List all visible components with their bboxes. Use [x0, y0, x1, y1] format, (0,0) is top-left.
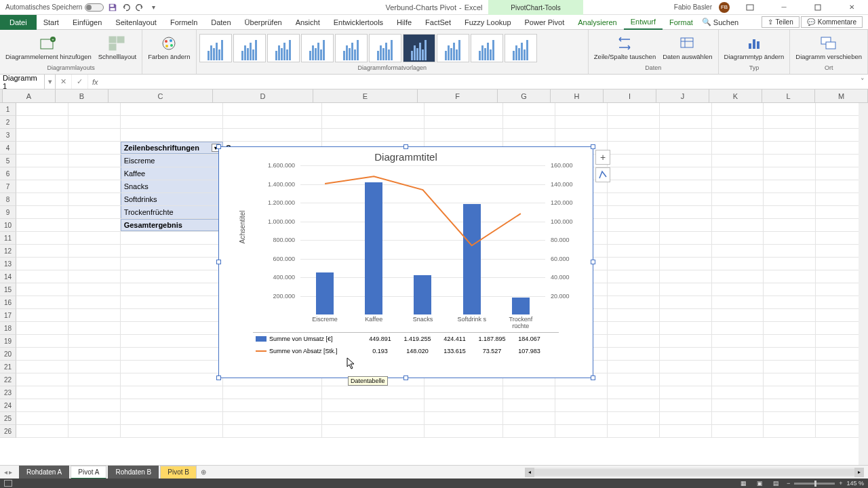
- cell-C12[interactable]: [121, 245, 224, 257]
- cell-C7[interactable]: Snacks: [121, 180, 224, 192]
- col-header-L[interactable]: L: [762, 89, 815, 102]
- cell-L12[interactable]: [764, 245, 816, 257]
- cell-I3[interactable]: [608, 129, 660, 141]
- zoom-in-icon[interactable]: +: [839, 480, 842, 487]
- cell-D1[interactable]: [223, 103, 322, 115]
- cell-B11[interactable]: [68, 232, 121, 244]
- cell-H24[interactable]: [555, 399, 608, 411]
- cell-C21[interactable]: [121, 361, 224, 373]
- row-header-6[interactable]: 6: [0, 167, 16, 180]
- chart-style-9[interactable]: [471, 34, 503, 62]
- cell-I9[interactable]: [608, 206, 660, 218]
- row-header-7[interactable]: 7: [0, 180, 16, 193]
- cell-K4[interactable]: [712, 142, 764, 154]
- row-header-18[interactable]: 18: [0, 322, 16, 335]
- cell-L13[interactable]: [764, 258, 816, 270]
- share-button[interactable]: ⇪Teilen: [762, 16, 800, 28]
- cell-D25[interactable]: [223, 412, 322, 424]
- cell-J4[interactable]: [660, 142, 712, 154]
- cell-J7[interactable]: [660, 180, 712, 192]
- cell-C4[interactable]: Zeilenbeschriftungen▾: [121, 142, 224, 154]
- chart-style-3[interactable]: [267, 34, 300, 62]
- cell-J16[interactable]: [660, 296, 712, 308]
- row-header-9[interactable]: 9: [0, 206, 16, 219]
- cell-K17[interactable]: [712, 309, 764, 321]
- tab-analysieren[interactable]: Analysieren: [571, 15, 623, 30]
- cell-J10[interactable]: [660, 219, 712, 231]
- tab-format[interactable]: Format: [663, 15, 700, 30]
- cell-C6[interactable]: Kaffee: [121, 167, 224, 180]
- cell-L25[interactable]: [764, 412, 816, 424]
- cell-A12[interactable]: [16, 245, 68, 257]
- add-chart-element-button[interactable]: + Diagrammelement hinzufügen: [3, 34, 94, 62]
- cell-I13[interactable]: [608, 258, 660, 270]
- cell-J24[interactable]: [660, 399, 712, 411]
- cell-A21[interactable]: [16, 361, 68, 373]
- cell-I10[interactable]: [608, 219, 660, 231]
- cell-K3[interactable]: [712, 129, 764, 141]
- cell-I5[interactable]: [608, 155, 660, 167]
- resize-handle[interactable]: [403, 375, 408, 380]
- cell-B6[interactable]: [68, 167, 121, 180]
- cell-B24[interactable]: [68, 399, 121, 411]
- cell-B23[interactable]: [68, 386, 121, 399]
- scroll-right-icon[interactable]: ▸: [854, 468, 864, 477]
- cell-I21[interactable]: [608, 361, 660, 373]
- cell-I24[interactable]: [608, 399, 660, 411]
- bar-Softdrinks[interactable]: [463, 204, 481, 314]
- cell-C8[interactable]: Softdrinks: [121, 193, 224, 205]
- cell-B12[interactable]: [68, 245, 121, 257]
- cell-E23[interactable]: [322, 386, 425, 399]
- cell-L14[interactable]: [764, 270, 816, 283]
- cell-I25[interactable]: [608, 412, 660, 424]
- chart-style-8[interactable]: [437, 34, 469, 62]
- cell-H3[interactable]: [555, 129, 608, 141]
- row-header-12[interactable]: 12: [0, 245, 16, 258]
- cell-B22[interactable]: [68, 373, 121, 386]
- cell-B8[interactable]: [68, 193, 121, 205]
- cell-A7[interactable]: [16, 180, 68, 192]
- tab-formeln[interactable]: Formeln: [163, 15, 204, 30]
- cell-K22[interactable]: [712, 373, 764, 386]
- cell-I12[interactable]: [608, 245, 660, 257]
- cell-E2[interactable]: [322, 116, 425, 128]
- cell-L26[interactable]: [764, 425, 816, 437]
- cell-B7[interactable]: [68, 180, 121, 192]
- resize-handle[interactable]: [216, 144, 221, 149]
- cell-K20[interactable]: [712, 348, 764, 360]
- cancel-formula-icon[interactable]: ✕: [56, 75, 72, 89]
- col-header-F[interactable]: F: [418, 89, 498, 102]
- cell-K24[interactable]: [712, 399, 764, 411]
- cell-L10[interactable]: [764, 219, 816, 231]
- cell-D2[interactable]: [223, 116, 322, 128]
- cell-I19[interactable]: [608, 335, 660, 347]
- cell-A22[interactable]: [16, 373, 68, 386]
- cell-E24[interactable]: [322, 399, 425, 411]
- cell-K18[interactable]: [712, 322, 764, 334]
- tab-entwurf[interactable]: Entwurf: [624, 15, 663, 30]
- cell-A14[interactable]: [16, 270, 68, 283]
- name-box[interactable]: Diagramm 1: [0, 75, 45, 89]
- cell-L23[interactable]: [764, 386, 816, 399]
- axis-title[interactable]: Achsentitel: [239, 211, 246, 244]
- autosave-toggle[interactable]: Automatisches Speichern: [5, 3, 104, 12]
- row-header-22[interactable]: 22: [0, 373, 16, 386]
- col-header-I[interactable]: I: [604, 89, 656, 102]
- tab-factset[interactable]: FactSet: [418, 15, 458, 30]
- tab-überprüfen[interactable]: Überprüfen: [238, 15, 289, 30]
- cell-L15[interactable]: [764, 283, 816, 296]
- cell-A18[interactable]: [16, 322, 68, 334]
- cell-J20[interactable]: [660, 348, 712, 360]
- select-data-button[interactable]: Daten auswählen: [660, 34, 715, 62]
- chart-style-10[interactable]: [505, 34, 537, 62]
- tab-nav-prev-icon[interactable]: ◂: [4, 468, 7, 476]
- cell-I4[interactable]: [608, 142, 660, 154]
- cell-B20[interactable]: [68, 348, 121, 360]
- row-header-8[interactable]: 8: [0, 193, 16, 206]
- cell-K6[interactable]: [712, 167, 764, 180]
- sheet-tab-pivot-a[interactable]: Pivot A: [71, 466, 106, 479]
- cell-B26[interactable]: [68, 425, 121, 437]
- chart-elements-button[interactable]: +: [595, 150, 610, 165]
- cell-L16[interactable]: [764, 296, 816, 308]
- cell-J6[interactable]: [660, 167, 712, 180]
